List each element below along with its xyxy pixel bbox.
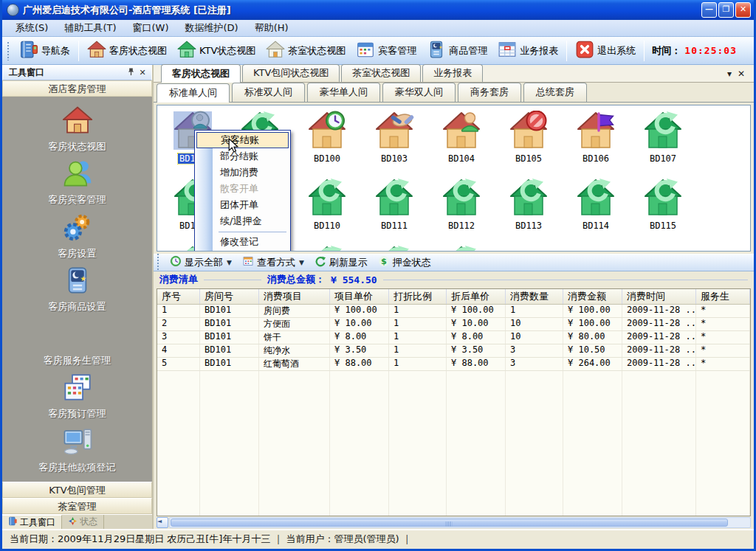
sidebar-item-3[interactable]: ★客房商品设置	[49, 265, 106, 313]
column-header-7[interactable]: 消费金额	[563, 289, 622, 304]
column-header-3[interactable]: 项目单价	[330, 289, 389, 304]
column-header-6[interactable]: 消费数量	[506, 289, 563, 304]
window-title: 广州爱启迪技术有限公司-酒店管理系统 [已注册]	[23, 4, 701, 17]
room-BD103[interactable]: BD103	[362, 111, 426, 164]
sidebar-section-hotel-rooms[interactable]: 酒店客房管理	[2, 80, 152, 97]
room-type-tab-5[interactable]: 总统套房	[523, 83, 587, 102]
scrollbar-thumb[interactable]	[171, 519, 728, 527]
context-menu-item-0[interactable]: 宾客结账	[196, 132, 289, 148]
column-header-9[interactable]: 服务生	[696, 289, 750, 304]
room-BD112[interactable]: BD112	[430, 178, 493, 232]
room-type-tab-1[interactable]: 标准双人间	[232, 83, 305, 102]
room-type-tab-4[interactable]: 商务套房	[458, 83, 521, 102]
table-row-4[interactable]: 5BD101红葡萄酒¥ 88.001¥ 88.003¥ 264.002009-1…	[157, 358, 750, 371]
room-BD105[interactable]: BD105	[497, 111, 560, 164]
room-BD111[interactable]: BD111	[362, 178, 426, 232]
column-header-5[interactable]: 折后单价	[447, 289, 506, 304]
column-header-8[interactable]: 消费时间	[622, 289, 696, 304]
toolbar-button-4[interactable]: 宾客管理	[351, 38, 422, 63]
tool-window-title: 工具窗口	[9, 66, 125, 79]
room-BD107[interactable]: BD107	[631, 111, 695, 164]
context-menu-item-2[interactable]: 增加消费	[196, 164, 289, 181]
room-BD104[interactable]: BD104	[430, 111, 493, 164]
sidebar-item-4[interactable]: 客房服务生管理	[44, 319, 111, 367]
toolbar-button-0[interactable]: 导航条	[14, 38, 75, 63]
room-type-tab-0[interactable]: 标准单人间	[157, 83, 230, 103]
menu-item-4[interactable]: 帮助(H)	[247, 20, 296, 36]
tab-dropdown-icon[interactable]: ▾	[727, 69, 732, 79]
toolbar-button-7[interactable]: 退出系统	[570, 38, 641, 63]
room-BD100[interactable]: BD100	[295, 111, 359, 164]
toolbar-button-6[interactable]: 业务报表	[492, 38, 563, 63]
context-menu-item-5[interactable]: 续/退押金	[196, 213, 289, 229]
column-header-1[interactable]: 房间号	[200, 289, 259, 304]
table-row-0[interactable]: 1BD101房间费¥ 100.001¥ 100.001¥ 100.002009-…	[157, 305, 750, 318]
column-header-0[interactable]: 序号	[157, 289, 200, 304]
column-header-2[interactable]: 消费项目	[259, 289, 330, 304]
tab-1[interactable]: KTV包间状态视图	[242, 64, 340, 82]
tab-2[interactable]: 茶室状态视图	[341, 64, 421, 82]
room-icon-vacant	[643, 111, 683, 150]
room-BD118[interactable]: BD118	[295, 245, 359, 252]
sidebar-item-label: 客房设置	[58, 247, 97, 260]
view-toolbar-button-2[interactable]: 刷新显示	[310, 254, 372, 271]
sidebar-item-6[interactable]: 客房其他款项登记	[39, 426, 116, 474]
sidebar-section-0[interactable]: KTV包间管理	[2, 482, 152, 498]
cell: BD101	[200, 358, 259, 370]
sidebar-section-1[interactable]: 茶室管理	[2, 498, 152, 514]
table-row-1[interactable]: 2BD101方便面¥ 10.001¥ 10.0010¥ 100.002009-1…	[157, 318, 750, 331]
tab-3[interactable]: 业务报表	[422, 64, 483, 82]
room-BD106[interactable]: BD106	[564, 111, 628, 164]
room-label: BD104	[447, 153, 476, 164]
cell: ¥ 10.00	[447, 318, 506, 330]
sidebar-bottom-tab-label: 状态	[80, 516, 97, 528]
table-row-2[interactable]: 3BD101饼干¥ 8.001¥ 8.0010¥ 80.002009-11-28…	[157, 331, 750, 344]
title-bar[interactable]: 广州爱启迪技术有限公司-酒店管理系统 [已注册] — ❐ ✕	[2, 0, 754, 20]
view-toolbar-button-1[interactable]: 查看方式▼	[238, 254, 309, 271]
view-toolbar-button-0[interactable]: 显示全部▼	[165, 254, 236, 271]
room-BD120[interactable]: BD120	[430, 245, 493, 252]
close-button[interactable]: ✕	[735, 2, 751, 18]
toolbar-button-3[interactable]: 茶室状态视图	[261, 38, 351, 63]
room-BD119[interactable]: BD119	[362, 245, 426, 252]
document-tabs: 客房状态视图KTV包间状态视图茶室状态视图业务报表▾✕	[154, 65, 754, 83]
toolbar-button-2[interactable]: KTV状态视图	[172, 38, 261, 63]
tab-close-icon[interactable]: ✕	[738, 69, 745, 79]
sidebar-item-0[interactable]: 客房状态视图	[49, 105, 106, 153]
room-BD114[interactable]: BD114	[564, 178, 628, 232]
context-menu-item-7[interactable]: 修改登记	[196, 234, 289, 250]
close-tool-window-icon[interactable]: ✕	[137, 67, 148, 78]
column-header-4[interactable]: 打折比例	[389, 289, 447, 304]
scrollbar-track[interactable]	[169, 517, 751, 528]
sidebar-item-1[interactable]: 客房宾客管理	[49, 158, 106, 207]
sidebar-bottom-tab-1[interactable]: 状态	[62, 515, 104, 529]
context-menu-item-1[interactable]: 部分结账	[196, 148, 289, 164]
menu-item-1[interactable]: 辅助工具(T)	[57, 20, 123, 36]
consumption-total-label: 消费总金额：	[267, 273, 325, 286]
toolbar-button-1[interactable]: 客房状态视图	[82, 38, 172, 63]
room-BD113[interactable]: BD113	[497, 178, 560, 232]
cell: 1	[389, 358, 447, 370]
room-type-tab-3[interactable]: 豪华双人间	[382, 83, 456, 102]
context-menu-item-4[interactable]: 团体开单	[196, 197, 289, 213]
view-toolbar-button-3[interactable]: $押金状态	[374, 254, 436, 271]
tool-window-titlebar: 工具窗口 ✕	[2, 65, 152, 80]
context-menu-item-8[interactable]: 更改房间	[196, 250, 289, 252]
table-row-3[interactable]: 4BD101纯净水¥ 3.501¥ 3.503¥ 10.502009-11-28…	[157, 344, 750, 358]
room-BD115[interactable]: BD115	[631, 178, 695, 232]
menu-item-0[interactable]: 系统(S)	[8, 20, 55, 36]
tab-0[interactable]: 客房状态视图	[161, 64, 241, 83]
menu-item-2[interactable]: 窗口(W)	[126, 20, 176, 36]
sidebar-item-2[interactable]: 客房设置	[58, 212, 97, 260]
pin-icon[interactable]	[125, 67, 137, 78]
maximize-button[interactable]: ❐	[718, 2, 734, 18]
sidebar-bottom-tab-0[interactable]: 工具窗口	[2, 515, 62, 529]
room-type-tab-2[interactable]: 豪华单人间	[307, 83, 380, 102]
minimize-button[interactable]: —	[701, 2, 717, 18]
room-BD110[interactable]: BD110	[295, 178, 359, 232]
status-bar: 当前日期：2009年11月29日星期日 农历己丑[牛]年十月十三 ｜ 当前用户：…	[2, 529, 754, 549]
menu-item-3[interactable]: 数据维护(D)	[178, 20, 246, 36]
sidebar-item-5[interactable]: 客房预订管理	[49, 372, 106, 420]
scroll-left-button[interactable]: ◄	[157, 517, 168, 528]
toolbar-button-5[interactable]: ★商品管理	[422, 38, 492, 63]
